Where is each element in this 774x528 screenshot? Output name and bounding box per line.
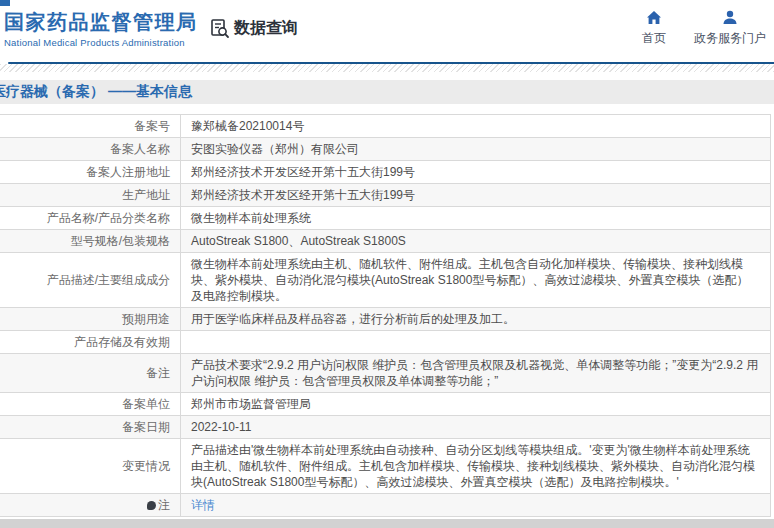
table-row: 备注产品技术要求“2.9.2 用户访问权限 维护员：包含管理员权限及机器视觉、单… bbox=[0, 354, 770, 393]
row-value: 详情 bbox=[181, 494, 770, 516]
user-icon bbox=[722, 10, 738, 25]
hatch-band bbox=[0, 64, 774, 72]
row-label: 备案人名称 bbox=[0, 138, 181, 160]
page-header: 国家药品监督管理局 National Medical Products Admi… bbox=[0, 0, 774, 62]
table-row: 产品名称/产品分类名称微生物样本前处理系统 bbox=[0, 207, 770, 230]
table-row: 备案人名称安图实验仪器（郑州）有限公司 bbox=[0, 138, 770, 161]
brand-title-cn: 国家药品监督管理局 bbox=[4, 9, 198, 35]
nav-home-label: 首页 bbox=[642, 30, 666, 47]
info-table: 备案号豫郑械备20210014号备案人名称安图实验仪器（郑州）有限公司备案人注册… bbox=[0, 114, 771, 517]
table-row: 生产地址郑州经济技术开发区经开第十五大街199号 bbox=[0, 184, 770, 207]
data-query-tab[interactable]: 数据查询 bbox=[208, 17, 298, 40]
row-label: 备案日期 bbox=[0, 416, 181, 438]
footer-strip bbox=[0, 519, 774, 528]
table-row: 备案号豫郑械备20210014号 bbox=[0, 115, 770, 138]
table-row: 预期用途用于医学临床样品及样品容器，进行分析前后的处理及加工。 bbox=[0, 308, 770, 331]
row-value: 豫郑械备20210014号 bbox=[181, 115, 770, 137]
home-icon bbox=[646, 10, 662, 25]
row-label: 产品存储及有效期 bbox=[0, 331, 181, 353]
brand-logo[interactable]: 国家药品监督管理局 National Medical Products Admi… bbox=[4, 9, 198, 48]
breadcrumb: 医疗器械（备案） ——基本信息 bbox=[0, 83, 192, 101]
row-value bbox=[181, 331, 770, 353]
row-value: 产品技术要求“2.9.2 用户访问权限 维护员：包含管理员权限及机器视觉、单体调… bbox=[181, 354, 770, 392]
row-label: 变更情况 bbox=[0, 439, 181, 493]
detail-link[interactable]: 详情 bbox=[191, 497, 215, 513]
row-label: 备案号 bbox=[0, 115, 181, 137]
row-label: 备案单位 bbox=[0, 393, 181, 415]
nav-item-portal[interactable]: 政务服务门户 bbox=[694, 10, 766, 47]
nav-portal-label: 政务服务门户 bbox=[694, 30, 766, 47]
table-row: 备案单位郑州市市场监督管理局 bbox=[0, 393, 770, 416]
row-value: 用于医学临床样品及样品容器，进行分析前后的处理及加工。 bbox=[181, 308, 770, 330]
row-value: 2022-10-11 bbox=[181, 416, 770, 438]
top-nav: 首页 政务服务门户 bbox=[642, 10, 766, 47]
corner-accent bbox=[0, 0, 10, 6]
row-value: 郑州经济技术开发区经开第十五大街199号 bbox=[181, 161, 770, 183]
note-icon bbox=[147, 501, 156, 510]
table-row: 变更情况产品描述由'微生物样本前处理系统由自动接种、自动分区划线等模块组成。'变… bbox=[0, 439, 770, 494]
data-query-icon bbox=[208, 17, 231, 40]
row-value: 郑州经济技术开发区经开第十五大街199号 bbox=[181, 184, 770, 206]
data-query-label: 数据查询 bbox=[234, 18, 298, 39]
row-value: 安图实验仪器（郑州）有限公司 bbox=[181, 138, 770, 160]
row-value: 产品描述由'微生物样本前处理系统由自动接种、自动分区划线等模块组成。'变更为'微… bbox=[181, 439, 770, 493]
table-row: 备案人注册地址郑州经济技术开发区经开第十五大街199号 bbox=[0, 161, 770, 184]
row-value: AutoStreak S1800、AutoStreak S1800S bbox=[181, 230, 770, 252]
table-row: 注详情 bbox=[0, 494, 770, 517]
table-row: 产品描述/主要组成成分微生物样本前处理系统由主机、随机软件、附件组成。主机包含自… bbox=[0, 253, 770, 308]
row-label: 产品描述/主要组成成分 bbox=[0, 253, 181, 307]
nav-item-home[interactable]: 首页 bbox=[642, 10, 666, 47]
row-label: 产品名称/产品分类名称 bbox=[0, 207, 181, 229]
row-label: 注 bbox=[0, 494, 181, 516]
table-row: 产品存储及有效期 bbox=[0, 331, 770, 354]
brand-title-en: National Medical Products Administration bbox=[4, 37, 198, 48]
row-label: 备注 bbox=[0, 354, 181, 392]
row-value: 微生物样本前处理系统由主机、随机软件、附件组成。主机包含自动化加样模块、传输模块… bbox=[181, 253, 770, 307]
table-row: 型号规格/包装规格AutoStreak S1800、AutoStreak S18… bbox=[0, 230, 770, 253]
table-row: 备案日期2022-10-11 bbox=[0, 416, 770, 439]
row-value: 郑州市市场监督管理局 bbox=[181, 393, 770, 415]
breadcrumb-bar: 医疗器械（备案） ——基本信息 bbox=[0, 80, 774, 104]
row-label: 预期用途 bbox=[0, 308, 181, 330]
row-label: 生产地址 bbox=[0, 184, 181, 206]
row-label: 备案人注册地址 bbox=[0, 161, 181, 183]
row-value: 微生物样本前处理系统 bbox=[181, 207, 770, 229]
row-label: 型号规格/包装规格 bbox=[0, 230, 181, 252]
